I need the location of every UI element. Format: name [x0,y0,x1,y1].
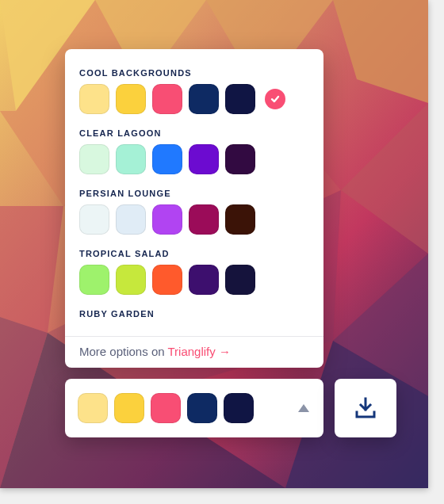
color-swatch[interactable] [189,84,219,114]
color-swatch[interactable] [224,393,254,423]
palette-name: PERSIAN LOUNGE [79,189,309,198]
current-palette-toggle[interactable] [65,379,323,437]
color-swatch[interactable] [116,265,146,295]
color-swatch[interactable] [116,144,146,174]
swatch-row [79,144,309,174]
bottom-bar [65,379,396,437]
color-swatch[interactable] [152,204,182,235]
palette-name: COOL BACKGROUNDS [79,68,309,78]
color-swatch[interactable] [114,393,144,423]
swatch-row [79,84,309,114]
palette-option[interactable]: CLEAR LAGOON [79,128,309,174]
check-icon [265,89,285,109]
color-swatch[interactable] [152,144,182,174]
palette-list-scroll[interactable]: COOL BACKGROUNDSCLEAR LAGOONPERSIAN LOUN… [65,49,323,336]
current-swatch-row [78,393,254,423]
color-swatch[interactable] [79,84,109,114]
color-swatch[interactable] [189,144,219,174]
color-swatch[interactable] [79,204,109,235]
color-swatch[interactable] [79,265,109,295]
palette-option[interactable]: PERSIAN LOUNGE [79,189,309,235]
color-swatch[interactable] [152,265,182,295]
palette-name: CLEAR LAGOON [79,128,309,138]
palette-option[interactable]: RUBY GARDEN [79,309,309,319]
color-swatch[interactable] [189,204,219,235]
popover-footer: More options on Trianglify → [65,336,323,368]
footer-prefix: More options on [79,345,167,358]
color-swatch[interactable] [225,84,255,114]
color-swatch[interactable] [225,204,255,235]
color-swatch[interactable] [225,265,255,295]
download-button[interactable] [335,379,396,437]
palette-name: TROPICAL SALAD [79,249,309,258]
color-swatch[interactable] [79,144,109,174]
color-swatch[interactable] [78,393,108,423]
palette-popover: COOL BACKGROUNDSCLEAR LAGOONPERSIAN LOUN… [65,49,323,368]
color-swatch[interactable] [116,204,146,235]
caret-up-icon [298,404,309,412]
palette-option[interactable]: TROPICAL SALAD [79,249,309,295]
palette-option[interactable]: COOL BACKGROUNDS [79,68,309,114]
color-swatch[interactable] [225,144,255,174]
trianglify-link[interactable]: Trianglify → [167,345,230,358]
background-canvas: COOL BACKGROUNDSCLEAR LAGOONPERSIAN LOUN… [0,0,428,488]
palette-name: RUBY GARDEN [79,309,309,319]
color-swatch[interactable] [189,265,219,295]
swatch-row [79,265,309,295]
swatch-row [79,204,309,235]
color-swatch[interactable] [187,393,217,423]
color-swatch[interactable] [152,84,182,114]
color-swatch[interactable] [116,84,146,114]
color-swatch[interactable] [151,393,181,423]
download-icon [354,397,377,419]
svg-marker-14 [298,404,309,412]
